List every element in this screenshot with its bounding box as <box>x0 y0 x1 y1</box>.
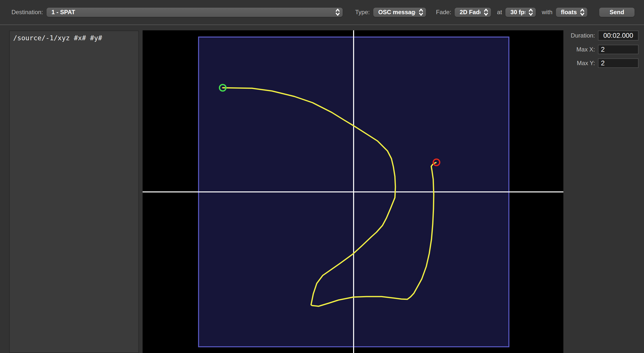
max-y-label: Max Y: <box>577 60 595 67</box>
max-y-input[interactable] <box>598 58 638 68</box>
type-label: Type: <box>355 9 370 16</box>
max-x-input[interactable] <box>598 45 638 54</box>
chevron-up-down-icon <box>528 8 533 16</box>
duration-input[interactable] <box>598 30 638 40</box>
fade-label: Fade: <box>436 9 451 16</box>
max-x-row: Max X: <box>564 45 638 54</box>
max-y-row: Max Y: <box>564 58 638 68</box>
format-value: floats <box>561 9 577 16</box>
chevron-up-down-icon <box>484 8 488 16</box>
chevron-up-down-icon <box>335 8 340 16</box>
destination-label: Destination: <box>12 9 43 16</box>
fade-select[interactable]: 2D Fade <box>455 8 491 17</box>
duration-row: Duration: <box>564 30 638 40</box>
fade-value: 2D Fade <box>460 9 480 16</box>
format-select[interactable]: floats <box>556 8 587 17</box>
fps-value: 30 fps <box>510 9 525 16</box>
toolbar: Destination: 1 - SPAT Type: OSC message … <box>0 0 644 25</box>
duration-label: Duration: <box>571 32 595 39</box>
trajectory-canvas[interactable] <box>142 30 564 353</box>
osc-message-input[interactable]: /source/-1/xyz #x# #y# <box>9 30 139 353</box>
with-label: with <box>542 9 552 16</box>
destination-value: 1 - SPAT <box>52 9 332 16</box>
at-label: at <box>497 9 502 16</box>
send-button[interactable]: Send <box>599 8 634 17</box>
max-x-label: Max X: <box>576 46 595 53</box>
osc-trajectory-app: Destination: 1 - SPAT Type: OSC message … <box>0 0 644 353</box>
trajectory-drawing <box>142 30 564 353</box>
type-value: OSC message <box>378 9 416 16</box>
type-select[interactable]: OSC message <box>373 8 426 17</box>
settings-panel: Duration: Max X: Max Y: <box>564 26 644 353</box>
chevron-up-down-icon <box>580 8 585 16</box>
fps-select[interactable]: 30 fps <box>506 8 536 17</box>
destination-select[interactable]: 1 - SPAT <box>46 8 343 17</box>
chevron-up-down-icon <box>418 8 424 16</box>
